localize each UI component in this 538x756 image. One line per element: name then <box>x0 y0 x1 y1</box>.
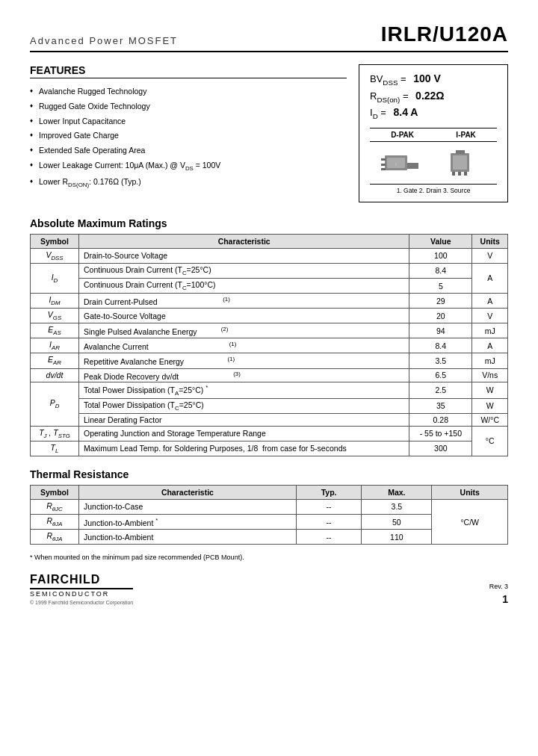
col-characteristic: Characteristic <box>79 485 297 499</box>
ipak-image <box>443 148 488 178</box>
symbol-cell: VGS <box>31 309 79 323</box>
symbol-cell: ID <box>31 263 79 293</box>
units-cell: A <box>472 294 508 309</box>
col-symbol: Symbol <box>31 234 79 248</box>
col-units: Units <box>472 234 508 248</box>
svg-rect-3 <box>381 164 386 166</box>
char-cell: Continuous Drain Current (TC=100°C) <box>79 278 409 293</box>
company-logo: FAIRCHILD SEMICONDUCTOR © 1999 Fairchild… <box>30 573 133 605</box>
table-row: TJ , TSTG Operating Junction and Storage… <box>31 426 508 441</box>
package-section: D-PAK I-PAK <box>370 128 497 194</box>
product-category: Advanced Power MOSFET <box>30 35 178 46</box>
symbol-cell: TJ , TSTG <box>31 426 79 441</box>
main-content-area: FEATURES Avalanche Rugged Technology Rug… <box>30 64 508 202</box>
char-cell: Avalanche Current (1) <box>79 338 409 353</box>
units-cell: V <box>472 248 508 263</box>
symbol-cell: TL <box>31 441 79 456</box>
units-cell: W/°C <box>472 413 508 426</box>
svg-rect-10 <box>458 172 461 176</box>
features-section: FEATURES Avalanche Rugged Technology Rug… <box>30 64 347 202</box>
units-cell: W <box>472 382 508 399</box>
rds-label: RDS(on) <box>370 90 400 104</box>
revision-text: Rev. 3 <box>489 583 508 590</box>
dpak-label: D-PAK <box>391 131 414 139</box>
table-row: VGS Gate-to-Source Voltage 20 V <box>31 309 508 323</box>
svg-rect-2 <box>381 158 386 161</box>
dpak-image <box>380 148 424 178</box>
page-number: 1 <box>502 593 508 605</box>
units-cell: °C <box>472 426 508 456</box>
col-units: Units <box>432 485 508 499</box>
char-cell: Drain Current-Pulsed (1) <box>79 294 409 309</box>
id-label: ID <box>370 107 378 120</box>
package-footer: 1. Gate 2. Drain 3. Source <box>370 184 497 194</box>
symbol-cell: IAR <box>31 338 79 353</box>
svg-rect-9 <box>452 172 455 176</box>
table-row: Total Power Dissipation (TC=25°C) 35 W <box>31 398 508 413</box>
page-header: Advanced Power MOSFET IRLR/U120A <box>30 22 508 52</box>
units-cell: A <box>472 263 508 293</box>
table-row: EAS Single Pulsed Avalanche Energy (2) 9… <box>31 323 508 338</box>
symbol-cell: IDM <box>31 294 79 309</box>
value-cell: 6.5 <box>409 368 472 382</box>
thermal-table: Symbol Characteristic Typ. Max. Units Rθ… <box>30 485 508 545</box>
features-title: FEATURES <box>30 64 347 78</box>
value-cell: 300 <box>409 441 472 456</box>
list-item: Avalanche Rugged Technology <box>30 84 347 99</box>
char-cell: Linear Derating Factor <box>79 413 409 426</box>
char-cell: Continuous Drain Current (TC=25°C) <box>79 263 409 278</box>
char-cell: Gate-to-Source Voltage <box>79 309 409 323</box>
page-info: Rev. 3 1 <box>489 583 508 605</box>
char-cell: Junction-to-Ambient <box>79 530 297 545</box>
char-cell: Total Power Dissipation (TC=25°C) <box>79 398 409 413</box>
value-cell: - 55 to +150 <box>409 426 472 441</box>
char-cell: Repetitive Avalanche Energy (1) <box>79 353 409 368</box>
symbol-cell: RθJC <box>31 499 79 514</box>
abs-max-table: Symbol Characteristic Value Units VDSS D… <box>30 234 508 456</box>
thermal-title: Thermal Resistance <box>30 468 508 480</box>
table-row: Continuous Drain Current (TC=100°C) 5 <box>31 278 508 293</box>
svg-rect-12 <box>456 150 465 154</box>
col-typ: Typ. <box>296 485 362 499</box>
bvdss-value: 100 V <box>413 72 441 84</box>
bvdss-eq: = <box>398 73 409 84</box>
table-row: ID Continuous Drain Current (TC=25°C) 8.… <box>31 263 508 278</box>
table-row: VDSS Drain-to-Source Voltage 100 V <box>31 248 508 263</box>
id-row: ID = 8.4 A <box>370 106 497 120</box>
abs-max-title: Absolute Maximum Ratings <box>30 217 508 229</box>
rds-eq: = <box>400 90 411 102</box>
value-cell: 3.5 <box>409 353 472 368</box>
bvdss-label: BVDSS <box>370 73 398 87</box>
svg-rect-8 <box>453 155 467 170</box>
value-cell: 94 <box>409 323 472 338</box>
symbol-cell: EAR <box>31 353 79 368</box>
max-cell: 50 <box>362 515 432 530</box>
typ-cell: -- <box>296 530 362 545</box>
table-row: PD Total Power Dissipation (TA=25°C) * 2… <box>31 382 508 399</box>
value-cell: 8.4 <box>409 338 472 353</box>
units-cell: °C/W <box>432 499 508 544</box>
list-item: Lower Input Capacitance <box>30 114 347 129</box>
units-cell: mJ <box>472 353 508 368</box>
value-cell: 2.5 <box>409 382 472 399</box>
col-symbol: Symbol <box>31 485 79 499</box>
units-cell: V <box>472 309 508 323</box>
units-cell: mJ <box>472 323 508 338</box>
table-row: TL Maximum Lead Temp. for Soldering Purp… <box>31 441 508 456</box>
package-labels: D-PAK I-PAK <box>370 128 497 142</box>
symbol-cell: VDSS <box>31 248 79 263</box>
rds-value: 0.22Ω <box>415 90 444 102</box>
list-item: Lower Leakage Current: 10μA (Max.) @ VDS… <box>30 158 347 175</box>
table-row: dv/dt Peak Diode Recovery dv/dt (3) 6.5 … <box>31 368 508 382</box>
max-cell: 110 <box>362 530 432 545</box>
specs-box: BVDSS = 100 V RDS(on) = 0.22Ω ID = 8.4 A… <box>359 64 508 202</box>
char-cell: Junction-to-Case <box>79 499 297 514</box>
ipak-label: I-PAK <box>456 131 475 139</box>
char-cell: Junction-to-Ambient * <box>79 515 297 530</box>
ipak-svg <box>445 149 486 176</box>
units-cell: W <box>472 398 508 413</box>
char-cell: Single Pulsed Avalanche Energy (2) <box>79 323 409 338</box>
dpak-svg <box>381 149 422 176</box>
table-row: EAR Repetitive Avalanche Energy (1) 3.5 … <box>31 353 508 368</box>
value-cell: 29 <box>409 294 472 309</box>
